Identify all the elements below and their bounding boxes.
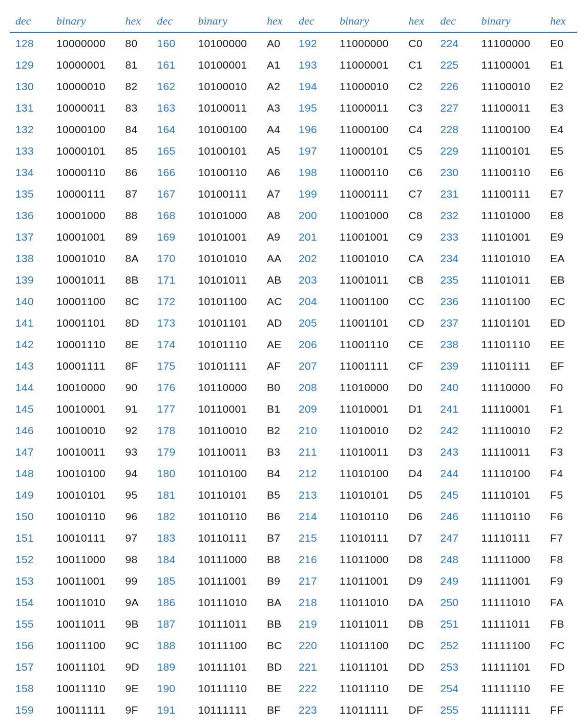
cell-binary: 11001111 [334, 355, 404, 377]
cell-binary: 10110100 [193, 463, 262, 484]
table-row: 144100100009017610110000B020811010000D02… [10, 377, 577, 398]
cell-binary: 11110000 [476, 377, 545, 398]
cell-binary: 10111011 [193, 613, 262, 635]
cell-hex: 8B [120, 269, 152, 291]
cell-hex: A3 [262, 97, 294, 119]
cell-binary: 11011010 [334, 592, 404, 613]
cell-binary: 10001010 [51, 248, 120, 269]
table-row: 130100000108216210100010A219411000010C22… [10, 76, 577, 97]
cell-binary: 10010110 [51, 506, 120, 527]
cell-dec: 193 [294, 54, 334, 76]
cell-binary: 11100100 [476, 119, 545, 140]
cell-hex: EB [545, 269, 577, 291]
cell-dec: 244 [435, 463, 476, 484]
cell-dec: 208 [294, 377, 334, 398]
cell-binary: 11000101 [334, 140, 404, 162]
cell-dec: 206 [294, 334, 334, 355]
cell-binary: 11100011 [476, 97, 545, 119]
table-row: 143100011118F17510101111AF20711001111CF2… [10, 355, 577, 377]
cell-hex: 93 [120, 441, 152, 463]
cell-dec: 130 [10, 76, 51, 97]
cell-dec: 131 [10, 97, 51, 119]
cell-binary: 10000111 [51, 183, 120, 205]
cell-dec: 175 [152, 355, 193, 377]
cell-dec: 151 [10, 527, 51, 549]
cell-binary: 10000100 [51, 119, 120, 140]
cell-binary: 10010000 [51, 377, 120, 398]
cell-hex: C5 [404, 140, 435, 162]
cell-binary: 11000111 [334, 183, 404, 205]
cell-binary: 11001100 [334, 291, 404, 312]
cell-hex: 90 [120, 377, 152, 398]
cell-dec: 154 [10, 592, 51, 613]
cell-hex: FA [545, 592, 577, 613]
cell-dec: 211 [294, 441, 334, 463]
cell-binary: 11110011 [476, 441, 545, 463]
cell-hex: 80 [120, 32, 152, 54]
cell-hex: C1 [404, 54, 435, 76]
cell-hex: E4 [545, 119, 577, 140]
cell-hex: A1 [262, 54, 294, 76]
cell-hex: 84 [120, 119, 152, 140]
cell-hex: 92 [120, 420, 152, 441]
cell-binary: 10001111 [51, 355, 120, 377]
cell-hex: F7 [545, 527, 577, 549]
cell-binary: 11011001 [334, 570, 404, 592]
table-row: 137100010018916910101001A920111001001C92… [10, 226, 577, 248]
cell-dec: 191 [152, 699, 193, 721]
cell-dec: 230 [435, 162, 476, 183]
cell-dec: 183 [152, 527, 193, 549]
cell-binary: 10111111 [193, 699, 262, 721]
cell-hex: DB [404, 613, 435, 635]
cell-hex: E3 [545, 97, 577, 119]
cell-dec: 188 [152, 635, 193, 656]
cell-dec: 185 [152, 570, 193, 592]
cell-binary: 10001100 [51, 291, 120, 312]
cell-hex: F4 [545, 463, 577, 484]
cell-dec: 246 [435, 506, 476, 527]
cell-dec: 227 [435, 97, 476, 119]
cell-hex: CB [404, 269, 435, 291]
cell-hex: BB [262, 613, 294, 635]
cell-dec: 233 [435, 226, 476, 248]
cell-binary: 10100010 [193, 76, 262, 97]
cell-binary: 11010110 [334, 506, 404, 527]
cell-binary: 11110001 [476, 398, 545, 420]
cell-binary: 11010100 [334, 463, 404, 484]
cell-hex: 81 [120, 54, 152, 76]
cell-dec: 168 [152, 205, 193, 226]
cell-dec: 250 [435, 592, 476, 613]
cell-binary: 10010101 [51, 484, 120, 506]
conversion-table: decbinaryhexdecbinaryhexdecbinaryhexdecb… [10, 10, 577, 721]
cell-dec: 214 [294, 506, 334, 527]
table-row: 147100100119317910110011B321111010011D32… [10, 441, 577, 463]
cell-dec: 254 [435, 678, 476, 699]
cell-binary: 10100111 [193, 183, 262, 205]
cell-binary: 11000010 [334, 76, 404, 97]
cell-binary: 10111101 [193, 656, 262, 678]
cell-hex: FD [545, 656, 577, 678]
cell-hex: BA [262, 592, 294, 613]
header-dec: dec [10, 10, 51, 32]
cell-binary: 10011011 [51, 613, 120, 635]
table-row: 154100110109A18610111010BA21811011010DA2… [10, 592, 577, 613]
cell-dec: 205 [294, 312, 334, 334]
table-row: 150100101109618210110110B621411010110D62… [10, 506, 577, 527]
cell-binary: 10001011 [51, 269, 120, 291]
cell-hex: BD [262, 656, 294, 678]
cell-hex: F8 [545, 549, 577, 570]
cell-hex: F1 [545, 398, 577, 420]
cell-hex: E5 [545, 140, 577, 162]
cell-binary: 10100110 [193, 162, 262, 183]
cell-hex: CC [404, 291, 435, 312]
cell-hex: 8F [120, 355, 152, 377]
cell-dec: 224 [435, 32, 476, 54]
cell-dec: 150 [10, 506, 51, 527]
cell-dec: 169 [152, 226, 193, 248]
cell-binary: 10011110 [51, 678, 120, 699]
cell-dec: 155 [10, 613, 51, 635]
cell-dec: 204 [294, 291, 334, 312]
cell-dec: 146 [10, 420, 51, 441]
cell-hex: D6 [404, 506, 435, 527]
cell-binary: 10111010 [193, 592, 262, 613]
